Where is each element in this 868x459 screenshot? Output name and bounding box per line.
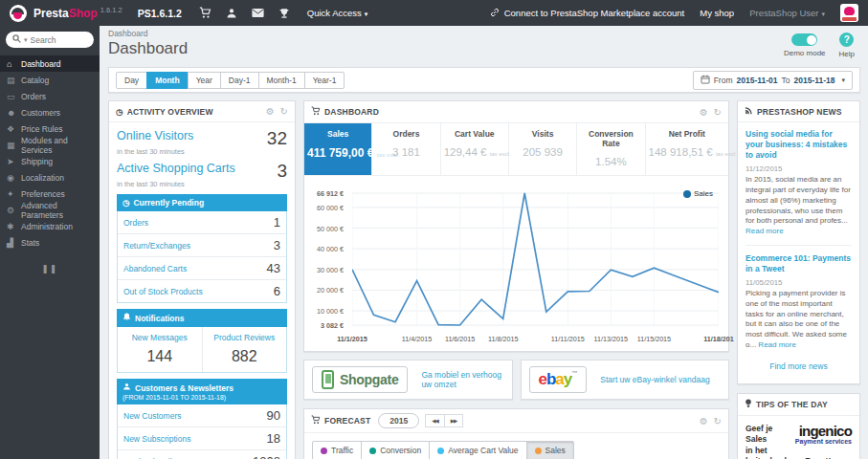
sidebar-item-catalog[interactable]: ▤Catalog — [0, 72, 100, 88]
range-month-1-button[interactable]: Month-1 — [258, 72, 305, 89]
sidebar-item-shipping[interactable]: ➤Shipping — [0, 153, 100, 169]
forecast-title: FORECAST — [311, 415, 370, 426]
kpi-cart-value[interactable]: Cart Value129,44 € tax excl. — [441, 123, 509, 175]
read-more-link[interactable]: Read more — [746, 227, 784, 235]
pending-returns-row[interactable]: Return/Exchanges3 — [118, 233, 286, 256]
news-article-title[interactable]: Ecommerce 101: Payments in a Tweet — [746, 253, 852, 274]
toggle-traffic[interactable]: Traffic — [312, 441, 362, 459]
range-year-1-button[interactable]: Year-1 — [304, 72, 345, 89]
news-title: PRESTASHOP NEWS — [745, 106, 842, 117]
marketplace-connect-link[interactable]: Connect to PrestaShop Marketplace accoun… — [490, 8, 685, 19]
refresh-icon[interactable]: ↻ — [280, 106, 288, 117]
active-carts-value: 3 — [277, 162, 287, 180]
chart-y-axis: 66 912 €60 000 €50 000 €40 000 €30 000 €… — [304, 187, 346, 331]
trophy-icon[interactable] — [278, 8, 290, 19]
kpi-orders[interactable]: Orders3 181 — [372, 123, 440, 175]
range-year-button[interactable]: Year — [188, 72, 221, 89]
page-title: Dashboard — [108, 39, 860, 58]
demo-mode-toggle[interactable] — [791, 33, 817, 46]
chevron-down-icon[interactable]: ▾ — [24, 36, 28, 44]
shopgate-ad[interactable]: Shopgate Ga mobiel en verhoog uw omzet — [303, 360, 513, 400]
sidebar-item-administration[interactable]: ✱Administration — [0, 218, 100, 234]
user-icon[interactable] — [226, 8, 237, 19]
range-day-1-button[interactable]: Day-1 — [220, 72, 259, 89]
online-visitors-link[interactable]: Online Visitors — [117, 129, 193, 142]
refresh-icon[interactable]: ↻ — [714, 107, 722, 118]
forecast-year[interactable]: 2015 — [378, 413, 419, 428]
range-month-button[interactable]: Month — [146, 72, 189, 89]
gear-icon[interactable]: ⚙ — [700, 107, 708, 118]
sidebar-item-dashboard[interactable]: ⌂Dashboard — [0, 55, 100, 72]
ingenico-logo: ingenico Payment services — [779, 424, 852, 446]
help-icon[interactable]: ? — [839, 33, 854, 47]
people-icon: ☻ — [7, 108, 21, 118]
shopgate-ad-link[interactable]: Ga mobiel en verhoog uw omzet — [421, 370, 503, 389]
version-label: 1.6.1.2 — [100, 0, 122, 14]
cart-icon[interactable] — [199, 7, 211, 19]
pending-orders-row[interactable]: Orders1 — [118, 211, 286, 233]
ebay-ad[interactable]: ebay™ Start uw eBay-winkel vandaag — [521, 360, 730, 400]
total-subscribers-row[interactable]: Total Subscribers1308 — [118, 449, 286, 459]
customers-table: New Customers90 New Subscriptions18 Tota… — [117, 404, 287, 459]
sidebar-item-price-rules[interactable]: ❖Price Rules — [0, 120, 100, 137]
my-shop-link[interactable]: My shop — [700, 8, 734, 18]
avatar[interactable] — [840, 4, 858, 22]
read-more-link[interactable]: Read more — [758, 340, 796, 349]
gear-icon[interactable]: ⚙ — [700, 416, 708, 426]
tips-of-the-day-panel: TIPS OF THE DAY ingenico Payment service… — [737, 393, 860, 459]
find-more-news-link[interactable]: Find more news — [746, 361, 852, 371]
sidebar-item-advanced-parameters[interactable]: ⚙Advanced Parameters — [0, 202, 100, 218]
notifications-table: New Messages144 Product Reviews882 — [117, 327, 287, 373]
kpi-visits[interactable]: Visits205 939 — [509, 123, 577, 175]
refresh-icon[interactable]: ↻ — [714, 416, 722, 426]
online-visitors-value: 32 — [267, 129, 287, 147]
sidebar-item-modules-and-services[interactable]: ▦Modules and Services — [0, 137, 100, 153]
currently-pending-header: ◷Currently Pending — [117, 194, 287, 211]
date-range-picker[interactable]: From2015-11-01 To2015-11-18 ▾ — [693, 71, 853, 90]
kpi-sales[interactable]: Sales411 759,00 € tax excl. — [304, 123, 372, 175]
new-messages-cell[interactable]: New Messages144 — [118, 327, 202, 372]
search-input[interactable] — [31, 35, 80, 45]
cart-icon — [311, 106, 321, 118]
backward-icon[interactable]: ◀◀ — [425, 414, 444, 427]
sidebar-item-stats[interactable]: ▟Stats — [0, 234, 100, 251]
modules-icon: ▦ — [7, 141, 21, 150]
range-day-button[interactable]: Day — [116, 72, 147, 89]
sidebar-item-orders[interactable]: ▭Orders — [0, 88, 100, 104]
product-reviews-cell[interactable]: Product Reviews882 — [202, 327, 287, 372]
sidebar-item-customers[interactable]: ☻Customers — [0, 104, 100, 120]
toggle-conversion[interactable]: Conversion — [361, 441, 430, 459]
kpi-conversion-rate[interactable]: Conversion Rate1.54% — [577, 123, 645, 175]
sidebar-search[interactable]: ▾ — [6, 32, 94, 48]
pending-out-of-stock-row[interactable]: Out of Stock Products6 — [118, 279, 286, 302]
user-menu[interactable]: PrestaShop User▾ — [749, 8, 825, 18]
active-carts-link[interactable]: Active Shopping Carts — [117, 162, 235, 175]
sidebar-item-localization[interactable]: ◉Localization — [0, 169, 100, 186]
brand-wordmark: PrestaShop — [33, 7, 98, 20]
toggle-average-cart-value[interactable]: Average Cart Value — [429, 441, 526, 459]
sidebar-item-preferences[interactable]: ✦Preferences — [0, 186, 100, 202]
credit-card-icon: ▭ — [7, 92, 21, 101]
ebay-ad-link[interactable]: Start uw eBay-winkel vandaag — [600, 375, 709, 384]
news-article-title[interactable]: Using social media for your business: 4 … — [746, 129, 852, 161]
forecast-toggle-group: Traffic Conversion Average Cart Value Sa… — [312, 441, 721, 459]
news-article-excerpt: Picking a payment provider is one of the… — [746, 289, 852, 351]
shop-name[interactable]: PS1.6.1.2 — [138, 8, 182, 19]
main-content: Dashboard Dashboard Demo mode ? Help Day… — [100, 26, 868, 459]
sidebar-collapse-button[interactable]: ❚❚ — [0, 264, 100, 273]
cart-icon — [311, 415, 321, 426]
customers-newsletters-header: Customers & Newsletters (FROM 2015-11-01… — [117, 379, 287, 404]
new-customers-row[interactable]: New Customers90 — [118, 404, 286, 426]
kpi-net-profit[interactable]: Net Profit148 918,51 € tax excl. — [646, 123, 728, 175]
gear-icon[interactable]: ⚙ — [266, 106, 275, 117]
prestashop-logo-icon — [10, 5, 27, 22]
sales-line-chart[interactable] — [352, 187, 719, 331]
toggle-sales[interactable]: Sales — [526, 441, 574, 459]
phone-icon — [322, 370, 334, 389]
chart-x-axis: 11/1/201511/4/201511/6/201511/8/201511/1… — [352, 334, 719, 347]
quick-access-menu[interactable]: Quick Access▾ — [307, 8, 368, 18]
pending-abandoned-carts-row[interactable]: Abandoned Carts43 — [118, 256, 286, 279]
envelope-icon[interactable] — [252, 8, 264, 18]
new-subscriptions-row[interactable]: New Subscriptions18 — [118, 426, 286, 449]
forward-icon[interactable]: ▶▶ — [444, 414, 463, 427]
